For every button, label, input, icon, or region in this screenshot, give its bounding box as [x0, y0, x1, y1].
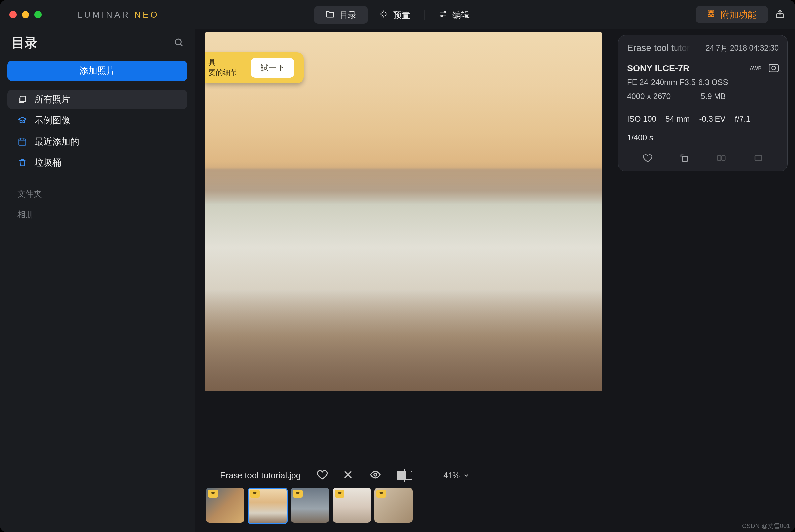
fullscreen-icon[interactable] [753, 153, 763, 165]
divider [627, 108, 779, 108]
svg-point-0 [444, 11, 446, 13]
svg-point-1 [441, 15, 442, 17]
svg-rect-11 [722, 156, 725, 161]
addons-button[interactable]: 附加功能 [695, 6, 768, 23]
nav-trash-label: 垃圾桶 [34, 157, 61, 169]
svg-rect-4 [20, 96, 25, 101]
nav-sample-images[interactable]: 示例图像 [7, 111, 187, 130]
minimize-window-button[interactable] [22, 11, 29, 18]
calendar-icon [17, 137, 27, 147]
hint-try-button[interactable]: 試一下 [251, 58, 294, 78]
fullscreen-window-button[interactable] [34, 11, 42, 18]
info-lens: FE 24-240mm F3.5-6.3 OSS [627, 78, 779, 87]
sidebar: 目录 添加照片 所有照片 示例图像 [0, 29, 195, 532]
svg-rect-10 [718, 156, 721, 161]
zoom-value: 41% [443, 471, 460, 480]
hint-try-label: 試一下 [261, 63, 285, 72]
sample-badge-icon [293, 490, 303, 498]
sample-badge-icon [250, 490, 260, 498]
favorite-icon[interactable] [317, 469, 328, 482]
app-brand: LUMINAR NEO [77, 10, 159, 20]
section-folders[interactable]: 文件夹 [7, 172, 187, 202]
watermark: CSDN @艾雪001 [742, 522, 790, 530]
sliders-icon [438, 9, 448, 21]
info-shutter: 1/400 s [627, 133, 653, 142]
info-awb: AWB [749, 66, 761, 72]
image-preview[interactable]: 具 要的细节 試一下 [205, 33, 602, 391]
thumb-5[interactable] [374, 488, 413, 523]
info-aperture: f/7.1 [735, 114, 750, 124]
svg-point-8 [772, 66, 776, 70]
svg-rect-5 [19, 139, 26, 145]
filmstrip: Erase tool tutorial.jpg 41% [195, 459, 612, 532]
thumb-1[interactable] [206, 488, 245, 523]
compare-toggle[interactable] [397, 470, 415, 481]
tab-catalog[interactable]: 目录 [314, 6, 368, 24]
chevron-down-icon [463, 472, 470, 479]
window-controls [9, 11, 42, 18]
tab-edit[interactable]: 编辑 [427, 6, 481, 24]
share-button[interactable] [775, 9, 785, 20]
graduation-icon [17, 115, 27, 126]
titlebar: LUMINAR NEO 目录 预置 编辑 [0, 0, 795, 29]
svg-rect-7 [769, 64, 778, 72]
nav-all-photos[interactable]: 所有照片 [7, 90, 187, 109]
sparkle-icon [379, 9, 389, 21]
thumb-3[interactable] [291, 488, 329, 523]
svg-rect-9 [682, 156, 688, 162]
info-card: Erase tool tutor 24 7月 2018 04:32:30 SON… [618, 35, 788, 171]
divider [627, 58, 779, 58]
addons-label: 附加功能 [721, 8, 757, 20]
thumb-4[interactable] [332, 488, 371, 523]
svg-point-3 [175, 39, 181, 45]
info-panel: Erase tool tutor 24 7月 2018 04:32:30 SON… [612, 29, 795, 532]
section-albums[interactable]: 相册 [7, 202, 187, 223]
sample-badge-icon [376, 490, 386, 498]
info-ev: -0.3 EV [699, 114, 725, 124]
puzzle-icon [707, 9, 716, 20]
reject-icon[interactable] [343, 469, 354, 482]
hint-line2: 要的细节 [209, 68, 237, 78]
info-iso: ISO 100 [627, 114, 656, 124]
tab-presets[interactable]: 预置 [368, 6, 422, 24]
svg-point-6 [374, 473, 377, 476]
info-focal: 54 mm [666, 114, 690, 124]
nav-sample-images-label: 示例图像 [34, 114, 70, 126]
info-filesize: 5.9 MB [701, 92, 726, 101]
info-title: Erase tool tutor [627, 43, 690, 53]
trash-icon [17, 158, 27, 168]
nav-recently-added[interactable]: 最近添加的 [7, 132, 187, 151]
sample-badge-icon [208, 490, 218, 498]
folder-icon [326, 9, 335, 21]
main-content: 具 要的细节 試一下 Erase tool tutorial.jpg [195, 29, 612, 532]
info-date: 24 7月 2018 04:32:30 [706, 43, 779, 53]
info-dimensions: 4000 x 2670 [627, 92, 671, 101]
tab-edit-label: 编辑 [452, 9, 470, 21]
search-icon[interactable] [174, 37, 183, 49]
quick-preview-icon[interactable] [368, 469, 382, 482]
sidebar-nav: 所有照片 示例图像 最近添加的 [7, 90, 187, 172]
nav-all-photos-label: 所有照片 [34, 93, 70, 105]
thumbnails [206, 488, 601, 524]
favorite-icon[interactable] [643, 153, 653, 165]
hint-line1: 具 [209, 58, 237, 68]
sample-badge-icon [335, 490, 344, 498]
compare-icon[interactable] [717, 153, 726, 165]
current-filename: Erase tool tutorial.jpg [220, 471, 301, 481]
sidebar-title: 目录 [11, 34, 38, 52]
nav-recently-added-label: 最近添加的 [34, 136, 79, 148]
add-photos-label: 添加照片 [79, 65, 115, 77]
svg-rect-12 [755, 156, 761, 161]
thumb-2[interactable] [248, 488, 288, 524]
tab-presets-label: 预置 [393, 9, 411, 21]
add-photos-button[interactable]: 添加照片 [7, 60, 187, 81]
rotate-icon[interactable] [680, 153, 689, 165]
zoom-dropdown[interactable]: 41% [443, 471, 470, 480]
nav-trash[interactable]: 垃圾桶 [7, 153, 187, 172]
app-window: LUMINAR NEO 目录 预置 编辑 [0, 0, 795, 532]
mode-switcher: 目录 预置 编辑 [314, 6, 481, 24]
tab-catalog-label: 目录 [340, 9, 357, 21]
hint-popup: 具 要的细节 試一下 [205, 52, 304, 83]
close-window-button[interactable] [9, 11, 17, 18]
info-camera: SONY ILCE-7R [627, 63, 690, 74]
